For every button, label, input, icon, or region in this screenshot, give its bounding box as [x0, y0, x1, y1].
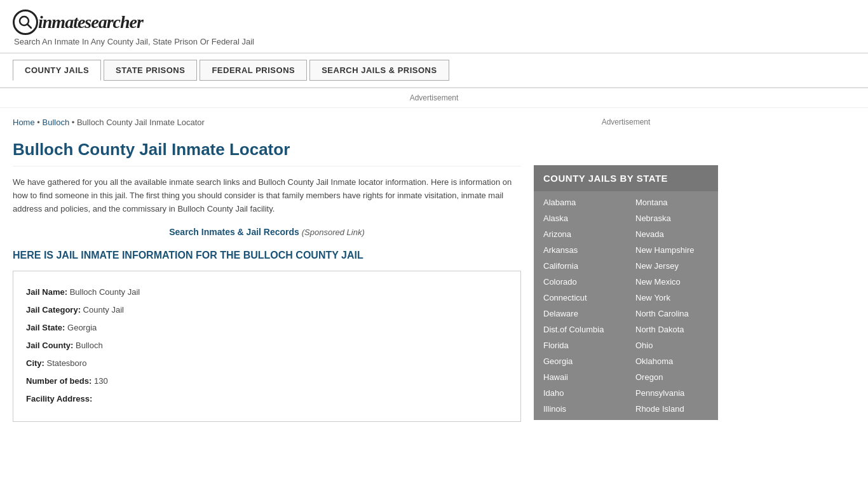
breadcrumb-current: Bulloch County Jail Inmate Locator — [77, 118, 205, 127]
states-left-col: AlabamaAlaskaArizonaArkansasCaliforniaCo… — [534, 194, 626, 417]
jail-county-field: Jail County: Bulloch — [26, 337, 508, 354]
jail-city-field: City: Statesboro — [26, 355, 508, 372]
jail-city-value: Statesboro — [47, 358, 87, 368]
state-item-left[interactable]: Connecticut — [534, 290, 626, 306]
state-item-left[interactable]: Arizona — [534, 226, 626, 242]
jail-state-label: Jail State: — [26, 323, 65, 332]
info-box: Jail Name: Bulloch County Jail Jail Cate… — [13, 271, 521, 422]
jail-address-label: Facility Address: — [26, 394, 92, 403]
state-item-right[interactable]: New Hampshire — [626, 242, 718, 258]
state-item-left[interactable]: Colorado — [534, 274, 626, 290]
state-item-right[interactable]: North Dakota — [626, 322, 718, 337]
jail-category-value: County Jail — [83, 305, 124, 315]
jail-beds-field: Number of beds: 130 — [26, 373, 508, 390]
tagline: Search An Inmate In Any County Jail, Sta… — [14, 37, 855, 46]
nav-item-county-jails[interactable]: COUNTY JAILS — [13, 60, 104, 81]
state-item-right[interactable]: North Carolina — [626, 306, 718, 322]
states-right-col: MontanaNebraskaNevadaNew HampshireNew Je… — [626, 194, 718, 417]
nav-link-federal-prisons[interactable]: FEDERAL PRISONS — [200, 60, 307, 81]
nav: COUNTY JAILS STATE PRISONS FEDERAL PRISO… — [0, 53, 868, 88]
county-jails-title: COUNTY JAILS BY STATE — [534, 165, 718, 191]
state-item-left[interactable]: Florida — [534, 337, 626, 353]
sidebar-ad-label: Advertisement — [602, 118, 651, 126]
logo-bold: searcher — [85, 12, 143, 32]
sidebar-ad: Advertisement — [534, 118, 718, 156]
state-item-right[interactable]: Oregon — [626, 369, 718, 385]
state-item-right[interactable]: Montana — [626, 194, 718, 210]
state-item-right[interactable]: Pennsylvania — [626, 385, 718, 401]
header: inmatesearcher Search An Inmate In Any C… — [0, 0, 868, 53]
nav-link-state-prisons[interactable]: STATE PRISONS — [104, 60, 197, 81]
state-item-left[interactable]: Arkansas — [534, 242, 626, 258]
logo-icon — [13, 10, 38, 35]
jail-name-value: Bulloch County Jail — [70, 287, 140, 297]
description: We have gathered for you all the availab… — [13, 176, 521, 215]
breadcrumb-sep1: • — [37, 118, 40, 127]
state-item-left[interactable]: Alaska — [534, 210, 626, 226]
states-grid: AlabamaAlaskaArizonaArkansasCaliforniaCo… — [534, 191, 718, 420]
ad-banner: Advertisement — [0, 88, 868, 108]
state-item-right[interactable]: Oklahoma — [626, 353, 718, 369]
section-heading: HERE IS JAIL INMATE INFORMATION FOR THE … — [13, 250, 521, 261]
nav-link-search[interactable]: SEARCH JAILS & PRISONS — [309, 60, 449, 81]
svg-line-1 — [27, 24, 31, 28]
breadcrumb-home[interactable]: Home — [13, 118, 35, 127]
nav-list: COUNTY JAILS STATE PRISONS FEDERAL PRISO… — [13, 60, 855, 81]
jail-state-value: Georgia — [67, 323, 97, 332]
state-item-right[interactable]: Ohio — [626, 337, 718, 353]
state-item-left[interactable]: Alabama — [534, 194, 626, 210]
state-item-left[interactable]: California — [534, 258, 626, 274]
state-item-left[interactable]: Dist.of Columbia — [534, 322, 626, 337]
jail-address-field: Facility Address: — [26, 391, 508, 407]
sponsored-link[interactable]: Search Inmates & Jail Records — [169, 227, 299, 237]
jail-category-field: Jail Category: County Jail — [26, 302, 508, 318]
jail-county-value: Bulloch — [76, 341, 103, 350]
jail-beds-label: Number of beds: — [26, 376, 92, 386]
logo-text: inmatesearcher — [38, 12, 143, 32]
state-item-right[interactable]: Rhode Island — [626, 401, 718, 417]
breadcrumb: Home • Bulloch • Bulloch County Jail Inm… — [13, 118, 521, 127]
logo-italic: inmate — [38, 12, 85, 32]
county-jails-box: COUNTY JAILS BY STATE AlabamaAlaskaArizo… — [534, 165, 718, 420]
main-layout: Home • Bulloch • Bulloch County Jail Inm… — [0, 108, 868, 431]
logo-area: inmatesearcher — [13, 10, 855, 35]
state-item-left[interactable]: Delaware — [534, 306, 626, 322]
breadcrumb-sep2: • — [72, 118, 75, 127]
nav-item-search[interactable]: SEARCH JAILS & PRISONS — [309, 60, 451, 81]
nav-item-federal-prisons[interactable]: FEDERAL PRISONS — [200, 60, 309, 81]
jail-name-label: Jail Name: — [26, 287, 67, 297]
state-item-right[interactable]: New Mexico — [626, 274, 718, 290]
state-item-right[interactable]: Nevada — [626, 226, 718, 242]
content: Home • Bulloch • Bulloch County Jail Inm… — [13, 108, 521, 431]
state-item-right[interactable]: Nebraska — [626, 210, 718, 226]
jail-beds-value: 130 — [94, 376, 108, 386]
jail-city-label: City: — [26, 358, 44, 368]
jail-category-label: Jail Category: — [26, 305, 81, 315]
state-item-left[interactable]: Georgia — [534, 353, 626, 369]
state-item-right[interactable]: New York — [626, 290, 718, 306]
breadcrumb-bulloch[interactable]: Bulloch — [43, 118, 70, 127]
jail-county-label: Jail County: — [26, 341, 73, 350]
sponsored-suffix: (Sponsored Link) — [302, 227, 365, 237]
nav-link-county-jails[interactable]: COUNTY JAILS — [13, 60, 101, 81]
nav-item-state-prisons[interactable]: STATE PRISONS — [104, 60, 200, 81]
state-item-left[interactable]: Idaho — [534, 385, 626, 401]
state-item-right[interactable]: New Jersey — [626, 258, 718, 274]
sidebar: Advertisement COUNTY JAILS BY STATE Alab… — [521, 108, 718, 431]
jail-state-field: Jail State: Georgia — [26, 320, 508, 336]
state-item-left[interactable]: Hawaii — [534, 369, 626, 385]
ad-banner-label: Advertisement — [410, 93, 459, 102]
jail-name-field: Jail Name: Bulloch County Jail — [26, 284, 508, 301]
sponsored-link-area: Search Inmates & Jail Records (Sponsored… — [13, 227, 521, 237]
state-item-left[interactable]: Illinois — [534, 401, 626, 417]
page-title: Bulloch County Jail Inmate Locator — [13, 140, 521, 166]
